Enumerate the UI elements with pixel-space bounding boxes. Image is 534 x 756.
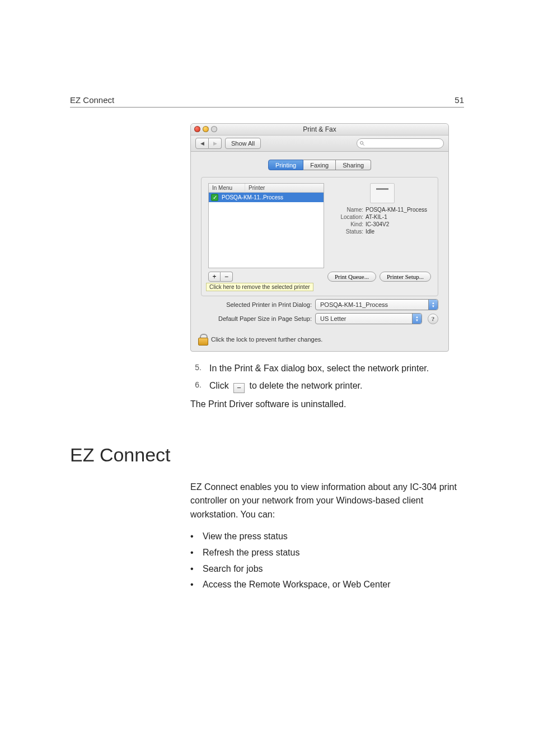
printer-details: Name: POSQA-KM-11_Process Location: AT-K… [333,183,431,235]
chevron-updown-icon: ▲▼ [428,300,438,310]
printers-pane: In Menu Printer ✓ POSQA-KM-11..Process N… [201,177,438,296]
label-kind: Kind: [333,221,363,227]
tab-group: Printing Faxing Sharing [268,160,371,170]
col-in-menu: In Menu [209,184,245,193]
page-number: 51 [455,95,464,105]
window-toolbar: ◀ ▶ Show All [191,136,448,152]
default-paper-dropdown[interactable]: US Letter ▲▼ [315,313,422,324]
remove-printer-button[interactable]: − [221,272,233,282]
tab-sharing[interactable]: Sharing [336,160,371,170]
value-kind: IC-304V2 [366,221,431,227]
step-text: Click − to delete the network printer. [209,379,362,393]
step-number: 6. [190,379,202,393]
instruction-steps: 5. In the Print & Fax dialog box, select… [190,362,464,393]
show-all-button[interactable]: Show All [225,138,261,149]
label-name: Name: [333,207,363,213]
feature-bullets: View the press status Refresh the press … [190,529,464,593]
search-icon [359,141,365,146]
section-intro: EZ Connect enables you to view informati… [190,480,464,522]
list-item: View the press status [190,529,464,545]
lock-icon[interactable] [198,333,208,346]
print-fax-window: Print & Fax ◀ ▶ Show All [190,123,449,352]
value-name: POSQA-KM-11_Process [366,207,431,213]
close-icon[interactable] [194,126,200,132]
step-text: In the Print & Fax dialog box, select th… [209,362,429,376]
printer-row-name: POSQA-KM-11..Process [222,194,283,200]
default-paper-value: US Letter [320,315,346,322]
svg-line-1 [363,144,364,146]
label-location: Location: [333,214,363,220]
step-6: 6. Click − to delete the network printer… [190,379,464,393]
window-title: Print & Fax [303,125,336,133]
label-selected-printer: Selected Printer in Print Dialog: [201,301,312,308]
printer-setup-button[interactable]: Printer Setup... [380,272,431,282]
svg-point-0 [360,142,363,144]
tab-faxing[interactable]: Faxing [303,160,336,170]
label-status: Status: [333,228,363,235]
section-heading: EZ Connect [70,444,464,466]
value-status: Idle [366,228,431,235]
printer-thumbnail-icon [370,183,395,203]
in-menu-checkbox[interactable]: ✓ [211,194,218,201]
list-item: Access the Remote Workspace, or Web Cent… [190,577,464,593]
label-default-paper: Default Paper Size in Page Setup: [201,315,312,322]
help-button[interactable]: ? [428,314,438,324]
lock-text: Click the lock to prevent further change… [211,336,322,343]
zoom-icon[interactable] [211,126,217,132]
search-input[interactable] [357,138,444,148]
list-item: Search for jobs [190,561,464,577]
printer-row-selected[interactable]: ✓ POSQA-KM-11..Process [209,193,324,202]
minus-button-icon: − [233,383,245,393]
step-number: 5. [190,362,202,376]
window-titlebar: Print & Fax [191,124,448,136]
minimize-icon[interactable] [203,126,209,132]
running-header: EZ Connect 51 [70,95,464,108]
remove-printer-tooltip: Click here to remove the selected printe… [206,283,313,291]
list-item: Refresh the press status [190,545,464,561]
col-printer: Printer [245,184,324,193]
nav-forward-button[interactable]: ▶ [209,138,222,149]
step-5: 5. In the Print & Fax dialog box, select… [190,362,464,376]
add-printer-button[interactable]: + [208,272,221,282]
print-queue-button[interactable]: Print Queue... [327,272,376,282]
nav-back-button[interactable]: ◀ [195,138,209,149]
selected-printer-value: POSQA-KM-11_Process [320,301,388,308]
running-title: EZ Connect [70,95,114,105]
tab-printing[interactable]: Printing [268,160,303,170]
printer-list[interactable]: In Menu Printer ✓ POSQA-KM-11..Process [208,183,324,268]
value-location: AT-KIL-1 [366,214,431,220]
result-text: The Print Driver software is uninstalled… [190,398,464,412]
chevron-updown-icon: ▲▼ [412,314,421,324]
selected-printer-dropdown[interactable]: POSQA-KM-11_Process ▲▼ [315,299,438,310]
